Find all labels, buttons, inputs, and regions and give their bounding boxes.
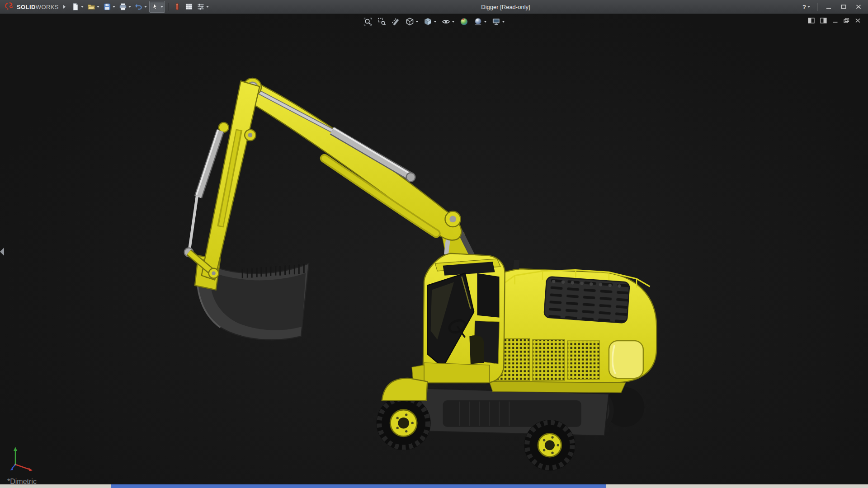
featuremanager-flyout-arrow[interactable] [0,248,4,256]
open-button[interactable] [86,1,101,12]
title-bar: SOLIDWORKS [0,0,868,14]
minimize-document-icon [832,18,838,23]
view-orientation-cube-icon [406,17,415,26]
view-settings-monitor-icon [492,17,501,26]
save-icon [103,3,111,11]
status-progress-segment [111,484,606,488]
restore-document-icon [844,18,849,23]
section-view-button[interactable] [390,16,402,27]
sketch-table-button[interactable] [184,1,194,12]
dropdown-caret-icon[interactable] [434,21,437,23]
apply-scene-sphere-icon [474,17,483,26]
solidworks-logo-icon [4,1,14,12]
minimize-button[interactable] [823,2,835,11]
minimize-document-button[interactable] [832,18,838,23]
display-style-icon [424,17,433,26]
dropdown-caret-icon[interactable] [502,21,505,23]
save-button[interactable] [102,1,117,12]
zoom-to-area-icon [377,17,387,26]
edit-appearance-button[interactable] [458,16,470,27]
view-orientation-label: *Dimetric [7,478,37,484]
restore-document-button[interactable] [844,18,849,23]
toolbar-separator [817,3,817,11]
graphics-area[interactable]: *Dimetric [0,14,868,484]
options-button[interactable] [195,1,210,12]
appearance-button[interactable] [172,1,183,12]
zoom-to-area-button[interactable] [376,16,388,27]
close-document-icon [855,18,861,23]
tile-left-icon [808,18,815,23]
dropdown-caret-icon[interactable] [807,6,810,8]
open-icon [87,3,95,11]
help-icon: ? [802,4,806,10]
close-document-button[interactable] [855,18,861,23]
section-view-icon [392,17,401,26]
eye-icon [442,17,451,26]
dropdown-caret-icon[interactable] [144,6,147,8]
dropdown-caret-icon[interactable] [81,6,84,8]
tile-right-icon [820,18,827,23]
brand-bold: SOLID [17,4,36,10]
brand-text: SOLIDWORKS [17,3,59,11]
view-settings-button[interactable] [491,16,506,27]
undo-button[interactable] [133,1,148,12]
print-button[interactable] [118,1,132,12]
document-window-controls [808,18,861,23]
tile-right-button[interactable] [820,18,827,23]
edit-appearance-sphere-icon [460,17,469,26]
undo-icon [135,3,143,11]
dropdown-caret-icon[interactable] [452,21,455,23]
zoom-to-fit-icon [363,17,373,26]
print-icon [119,3,127,11]
zoom-to-fit-button[interactable] [362,16,374,27]
dropdown-caret-icon[interactable] [206,6,209,8]
sketch-table-icon [185,3,193,11]
select-cursor-icon [151,3,159,11]
dropdown-caret-icon[interactable] [128,6,131,8]
select-button[interactable] [149,1,165,13]
brand-light: WORKS [36,4,59,10]
appearance-icon [173,3,181,11]
display-style-button[interactable] [422,16,438,27]
tile-left-button[interactable] [808,18,815,23]
reference-triad [9,445,41,474]
solidworks-logo: SOLIDWORKS [4,1,59,12]
dropdown-caret-icon[interactable] [416,21,419,23]
close-button[interactable] [853,2,864,11]
document-title: Digger [Read-only] [210,4,801,10]
close-icon [856,5,861,9]
new-document-button[interactable] [70,1,85,12]
window-controls: ? [801,1,864,12]
heads-up-toolbar [362,16,506,27]
options-sliders-icon [197,3,205,11]
minimize-icon [826,5,831,9]
view-orientation-button[interactable] [404,16,420,27]
hide-show-items-button[interactable] [440,16,456,27]
status-bar [0,484,868,488]
excavator-model [0,14,868,484]
dropdown-caret-icon[interactable] [97,6,99,8]
help-button[interactable]: ? [801,1,811,12]
menu-flyout-arrow-icon[interactable] [63,5,66,9]
main-toolbar [70,1,210,13]
dropdown-caret-icon[interactable] [113,6,115,8]
toolbar-separator [168,3,169,11]
dropdown-caret-icon[interactable] [484,21,487,23]
new-document-icon [71,3,80,11]
apply-scene-button[interactable] [472,16,488,27]
maximize-button[interactable] [838,2,849,11]
dropdown-caret-icon[interactable] [160,6,163,8]
maximize-icon [841,5,846,9]
